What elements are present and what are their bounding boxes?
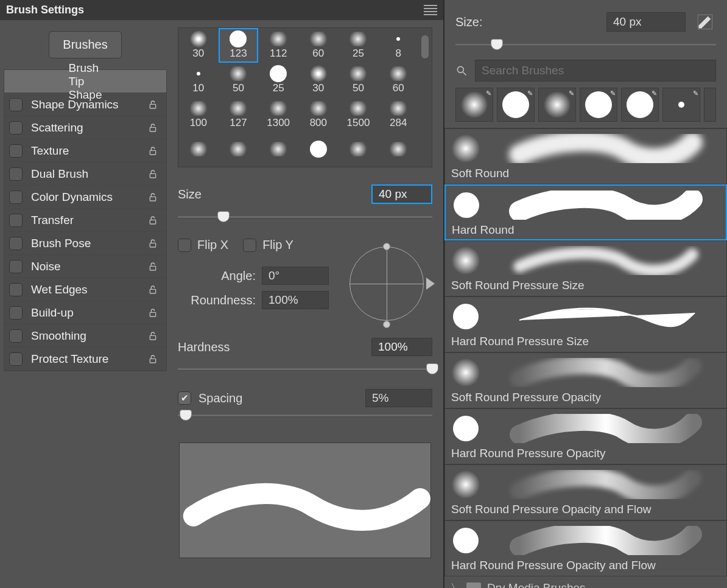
search-input[interactable] <box>475 60 716 82</box>
option-row-transfer[interactable]: Transfer <box>4 209 166 232</box>
preset-thumb-1[interactable]: ✎ <box>497 88 535 122</box>
lock-icon[interactable] <box>148 308 161 318</box>
brush-item-soft-round-pressure-opacity-and-flow[interactable]: Soft Round Pressure Opacity and Flow <box>444 464 727 520</box>
preset-thumb-5[interactable]: ✎ <box>662 88 700 122</box>
option-row-noise[interactable]: Noise <box>4 255 166 278</box>
spacing-input[interactable]: 5% <box>365 389 432 407</box>
option-row-scattering[interactable]: Scattering <box>4 116 166 139</box>
brush-item-soft-round-pressure-size[interactable]: Soft Round Pressure Size <box>444 240 727 296</box>
option-checkbox[interactable] <box>9 191 23 204</box>
option-row-brush-tip-shape[interactable]: Brush Tip Shape <box>4 70 166 93</box>
panel-menu-icon[interactable] <box>424 5 437 15</box>
option-label: Brush Pose <box>31 237 148 250</box>
lock-icon[interactable] <box>148 354 161 364</box>
size-input[interactable]: 40 px <box>371 184 432 204</box>
brush-item-soft-round-pressure-opacity[interactable]: Soft Round Pressure Opacity <box>444 352 727 408</box>
rp-size-input[interactable]: 40 px <box>606 12 686 32</box>
brush-tip-x[interactable] <box>298 132 339 167</box>
option-checkbox[interactable] <box>9 237 23 250</box>
option-row-color-dynamics[interactable]: Color Dynamics <box>4 186 166 209</box>
brush-tip-10[interactable]: 10 <box>178 63 219 97</box>
brush-tip-x[interactable] <box>178 132 219 167</box>
brush-tip-30[interactable]: 30 <box>298 63 339 97</box>
panel-title: Brush Settings <box>6 4 84 16</box>
hardness-slider[interactable] <box>178 363 432 376</box>
spacing-slider[interactable] <box>178 410 432 422</box>
angle-input[interactable]: 0° <box>262 267 329 285</box>
brush-tip-x[interactable] <box>339 132 379 167</box>
brush-tip-60[interactable]: 60 <box>378 63 418 97</box>
lock-icon[interactable] <box>148 100 161 110</box>
preset-thumb-more[interactable] <box>704 88 716 122</box>
brush-tip-112[interactable]: 112 <box>258 28 298 63</box>
option-checkbox[interactable] <box>9 283 23 296</box>
option-row-brush-pose[interactable]: Brush Pose <box>4 232 166 255</box>
flip-y-checkbox[interactable]: Flip Y <box>243 238 293 252</box>
brush-tip-123[interactable]: 123 <box>219 28 259 63</box>
lock-icon[interactable] <box>148 262 161 271</box>
lock-icon[interactable] <box>148 239 161 248</box>
brush-item-hard-round-pressure-size[interactable]: Hard Round Pressure Size <box>444 296 727 352</box>
hardness-input[interactable]: 100% <box>371 338 432 356</box>
brush-tip-1500[interactable]: 1500 <box>339 97 379 132</box>
tip-scrollbar[interactable] <box>418 28 432 167</box>
option-checkbox[interactable] <box>9 306 23 320</box>
roundness-input[interactable]: 100% <box>262 291 329 309</box>
brush-tip-grid: 3012311260258105025305060100127130080015… <box>178 27 432 167</box>
brush-tip-50[interactable]: 50 <box>219 63 259 97</box>
brush-tip-25[interactable]: 25 <box>258 63 298 97</box>
brush-tip-x[interactable] <box>258 132 298 167</box>
option-checkbox[interactable] <box>9 144 23 158</box>
brush-tip-800[interactable]: 800 <box>298 97 339 132</box>
brush-tip-x[interactable] <box>219 132 259 167</box>
brush-folder-row[interactable]: 〉Dry Media Brushes <box>444 576 727 588</box>
brush-tip-60[interactable]: 60 <box>298 28 339 63</box>
lock-icon[interactable] <box>148 331 161 341</box>
brush-tip-x[interactable] <box>378 132 418 167</box>
option-checkbox[interactable] <box>9 329 23 343</box>
brush-item-hard-round-pressure-opacity-and-flow[interactable]: Hard Round Pressure Opacity and Flow <box>444 520 727 576</box>
preset-thumb-0[interactable]: ✎ <box>455 88 493 122</box>
option-row-texture[interactable]: Texture <box>4 139 166 163</box>
angle-widget[interactable] <box>341 238 432 329</box>
preset-thumb-4[interactable]: ✎ <box>621 88 659 122</box>
tip-size-label: 123 <box>230 47 247 60</box>
lock-icon[interactable] <box>148 146 161 156</box>
option-row-smoothing[interactable]: Smoothing <box>4 324 166 348</box>
spacing-checkbox[interactable]: ✔ <box>178 391 191 405</box>
brush-item-soft-round[interactable]: Soft Round <box>444 128 727 184</box>
option-checkbox[interactable] <box>9 121 23 135</box>
lock-icon[interactable] <box>148 169 161 179</box>
brush-tip-100[interactable]: 100 <box>178 97 219 132</box>
lock-icon[interactable] <box>148 215 161 225</box>
option-checkbox[interactable] <box>9 98 23 111</box>
option-checkbox[interactable] <box>9 260 23 273</box>
brush-tip-30[interactable]: 30 <box>178 28 219 63</box>
option-row-dual-brush[interactable]: Dual Brush <box>4 163 166 186</box>
option-checkbox[interactable] <box>9 352 23 366</box>
preset-thumb-2[interactable]: ✎ <box>538 88 576 122</box>
brush-item-hard-round-pressure-opacity[interactable]: Hard Round Pressure Opacity <box>444 408 727 464</box>
option-row-protect-texture[interactable]: Protect Texture <box>4 348 166 371</box>
option-checkbox[interactable] <box>9 214 23 227</box>
preset-thumb-3[interactable]: ✎ <box>580 88 617 122</box>
option-row-wet-edges[interactable]: Wet Edges <box>4 278 166 301</box>
brush-tip-8[interactable]: 8 <box>378 28 418 63</box>
lock-icon[interactable] <box>148 123 161 133</box>
lock-icon[interactable] <box>148 285 161 295</box>
brush-tip-127[interactable]: 127 <box>219 97 259 132</box>
size-slider[interactable] <box>178 211 432 223</box>
lock-icon[interactable] <box>148 192 161 202</box>
brush-tip-284[interactable]: 284 <box>378 97 418 132</box>
rp-size-slider[interactable] <box>455 39 716 51</box>
brush-tip-50[interactable]: 50 <box>339 63 379 97</box>
brushes-button[interactable]: Brushes <box>49 31 121 58</box>
brush-tip-1300[interactable]: 1300 <box>258 97 298 132</box>
brush-tip-25[interactable]: 25 <box>339 28 379 63</box>
option-row-build-up[interactable]: Build-up <box>4 301 166 324</box>
brush-item-hard-round[interactable]: Hard Round <box>444 184 727 240</box>
flip-x-checkbox[interactable]: Flip X <box>178 238 228 252</box>
option-checkbox[interactable] <box>9 167 23 181</box>
tip-size-label: 100 <box>190 117 207 129</box>
brush-toggle-icon[interactable] <box>694 11 716 33</box>
